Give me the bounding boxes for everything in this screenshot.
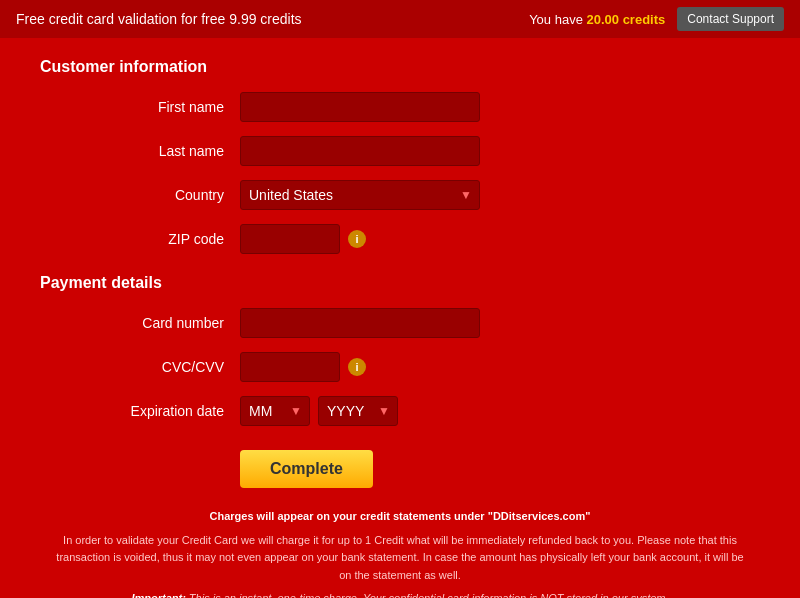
zip-label: ZIP code bbox=[40, 231, 240, 247]
last-name-group: Last name bbox=[40, 136, 760, 166]
header-title: Free credit card validation for free 9.9… bbox=[16, 11, 302, 27]
zip-input[interactable] bbox=[240, 224, 340, 254]
contact-support-button[interactable]: Contact Support bbox=[677, 7, 784, 31]
country-label: Country bbox=[40, 187, 240, 203]
yyyy-select-wrapper: YYYY 202420252026 202720282029 2030 ▼ bbox=[318, 396, 398, 426]
last-name-label: Last name bbox=[40, 143, 240, 159]
first-name-group: First name bbox=[40, 92, 760, 122]
credits-text: You have 20.00 credits bbox=[529, 12, 665, 27]
cvc-group: CVC/CVV i bbox=[40, 352, 760, 382]
credits-amount: 20.00 credits bbox=[587, 12, 666, 27]
country-group: Country United States Canada United King… bbox=[40, 180, 760, 210]
footer: Charges will appear on your credit state… bbox=[40, 508, 760, 598]
main-content: Customer information First name Last nam… bbox=[0, 38, 800, 598]
cvc-info-icon[interactable]: i bbox=[348, 358, 366, 376]
cvc-label: CVC/CVV bbox=[40, 359, 240, 375]
payment-section-title: Payment details bbox=[40, 274, 760, 292]
country-select-wrapper: United States Canada United Kingdom Aust… bbox=[240, 180, 480, 210]
card-number-input[interactable] bbox=[240, 308, 480, 338]
payment-section: Payment details Card number CVC/CVV i Ex… bbox=[40, 274, 760, 488]
cvc-input[interactable] bbox=[240, 352, 340, 382]
year-select[interactable]: YYYY 202420252026 202720282029 2030 bbox=[318, 396, 398, 426]
complete-button[interactable]: Complete bbox=[240, 450, 373, 488]
zip-group: ZIP code i bbox=[40, 224, 760, 254]
header: Free credit card validation for free 9.9… bbox=[0, 0, 800, 38]
month-select[interactable]: MM 010203 040506 070809 101112 bbox=[240, 396, 310, 426]
zip-info-icon[interactable]: i bbox=[348, 230, 366, 248]
customer-section-title: Customer information bbox=[40, 58, 760, 76]
expiration-label: Expiration date bbox=[40, 403, 240, 419]
card-number-group: Card number bbox=[40, 308, 760, 338]
footer-line3: Important: This is an instant, one-time … bbox=[50, 590, 750, 598]
header-right: You have 20.00 credits Contact Support bbox=[529, 7, 784, 31]
mm-select-wrapper: MM 010203 040506 070809 101112 ▼ bbox=[240, 396, 310, 426]
complete-button-wrapper: Complete bbox=[40, 440, 760, 488]
country-select[interactable]: United States Canada United Kingdom Aust… bbox=[240, 180, 480, 210]
expiration-group: Expiration date MM 010203 040506 070809 … bbox=[40, 396, 760, 426]
footer-line2: In order to validate your Credit Card we… bbox=[50, 532, 750, 585]
last-name-input[interactable] bbox=[240, 136, 480, 166]
first-name-label: First name bbox=[40, 99, 240, 115]
expiration-wrapper: MM 010203 040506 070809 101112 ▼ YYYY 20… bbox=[240, 396, 398, 426]
card-number-label: Card number bbox=[40, 315, 240, 331]
first-name-input[interactable] bbox=[240, 92, 480, 122]
footer-line1: Charges will appear on your credit state… bbox=[50, 508, 750, 526]
